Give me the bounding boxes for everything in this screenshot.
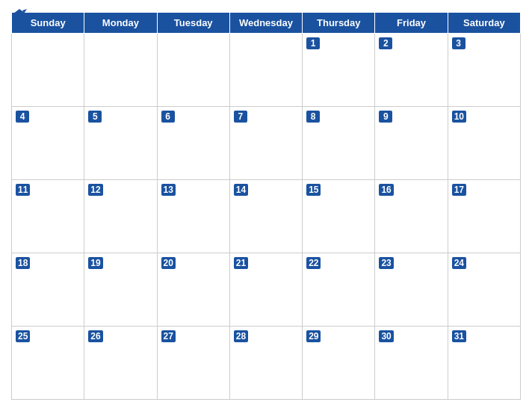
day-header-friday: Friday — [375, 13, 448, 34]
calendar-cell: 21 — [229, 253, 302, 327]
day-number: 4 — [16, 111, 29, 123]
day-number: 16 — [379, 184, 393, 196]
calendar-cell: 25 — [12, 327, 84, 400]
calendar-cell: 19 — [84, 253, 157, 327]
calendar-cell: 24 — [448, 253, 520, 327]
logo — [11, 7, 27, 22]
day-number: 25 — [16, 330, 30, 342]
day-number: 30 — [379, 330, 393, 342]
calendar-cell: 22 — [303, 253, 375, 327]
logo-bird-icon — [12, 7, 27, 22]
day-header-saturday: Saturday — [448, 13, 520, 34]
calendar-cell: 3 — [448, 34, 520, 107]
calendar-cell: 29 — [303, 327, 375, 400]
calendar-cell: 9 — [375, 107, 448, 180]
calendar-cell — [84, 34, 157, 107]
day-number: 18 — [16, 257, 30, 269]
day-number: 11 — [16, 184, 30, 196]
day-number: 12 — [88, 184, 102, 196]
days-header: SundayMondayTuesdayWednesdayThursdayFrid… — [12, 13, 521, 34]
calendar-week-row: 25262728293031 — [12, 327, 521, 400]
day-number: 22 — [306, 257, 321, 269]
calendar-cell: 18 — [12, 253, 84, 327]
calendar-week-row: 45678910 — [12, 107, 521, 180]
day-header-monday: Monday — [84, 13, 157, 34]
day-number: 28 — [234, 330, 248, 342]
day-number: 23 — [379, 257, 393, 269]
day-number: 13 — [161, 184, 176, 196]
day-number: 15 — [306, 184, 321, 196]
day-number: 19 — [88, 257, 102, 269]
day-number: 10 — [452, 111, 466, 123]
calendar-cell: 6 — [157, 107, 229, 180]
calendar-cell: 14 — [229, 180, 302, 253]
calendar-week-row: 11121314151617 — [12, 180, 521, 253]
calendar-week-row: 123 — [12, 34, 521, 107]
calendar-cell: 2 — [375, 34, 448, 107]
day-number: 31 — [452, 330, 466, 342]
calendar-cell: 26 — [84, 327, 157, 400]
calendar-cell: 10 — [448, 107, 520, 180]
calendar-cell: 16 — [375, 180, 448, 253]
day-number: 17 — [452, 184, 466, 196]
day-number: 8 — [306, 111, 320, 123]
calendar-cell: 12 — [84, 180, 157, 253]
calendar-cell: 28 — [229, 327, 302, 400]
calendar-cell: 15 — [303, 180, 375, 253]
day-number: 29 — [306, 330, 321, 342]
day-number: 1 — [306, 37, 320, 49]
calendar-cell: 17 — [448, 180, 520, 253]
calendar-cell: 31 — [448, 327, 520, 400]
calendar-body: 1234567891011121314151617181920212223242… — [12, 34, 521, 400]
day-number: 7 — [234, 111, 247, 123]
calendar-cell: 27 — [157, 327, 229, 400]
day-number: 24 — [452, 257, 466, 269]
day-number: 27 — [161, 330, 176, 342]
calendar-week-row: 18192021222324 — [12, 253, 521, 327]
day-number: 14 — [234, 184, 248, 196]
calendar-cell: 11 — [12, 180, 84, 253]
day-number: 9 — [379, 111, 392, 123]
day-number: 2 — [379, 37, 392, 49]
day-number: 3 — [452, 37, 466, 49]
calendar-table: SundayMondayTuesdayWednesdayThursdayFrid… — [11, 12, 521, 400]
calendar-cell: 1 — [303, 34, 375, 107]
calendar-cell — [12, 34, 84, 107]
calendar-cell — [229, 34, 302, 107]
calendar-cell — [157, 34, 229, 107]
calendar-cell: 20 — [157, 253, 229, 327]
day-number: 26 — [88, 330, 102, 342]
day-header-wednesday: Wednesday — [229, 13, 302, 34]
day-number: 20 — [161, 257, 176, 269]
calendar-cell: 30 — [375, 327, 448, 400]
calendar-cell: 23 — [375, 253, 448, 327]
day-number: 21 — [234, 257, 248, 269]
calendar-cell: 7 — [229, 107, 302, 180]
calendar-cell: 8 — [303, 107, 375, 180]
calendar-cell: 5 — [84, 107, 157, 180]
day-header-thursday: Thursday — [303, 13, 375, 34]
calendar-cell: 13 — [157, 180, 229, 253]
calendar-cell: 4 — [12, 107, 84, 180]
day-header-tuesday: Tuesday — [157, 13, 229, 34]
day-number: 6 — [161, 111, 175, 123]
day-number: 5 — [88, 111, 102, 123]
